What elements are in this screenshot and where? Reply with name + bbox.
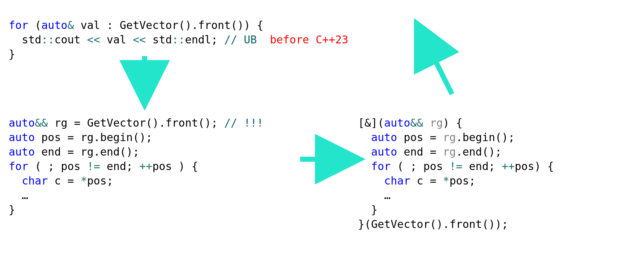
text: ) { [443,116,462,129]
text: }( [358,218,371,230]
text: = [61,145,81,158]
identifier: rg [54,116,67,129]
arrow-up-left-icon [423,36,452,94]
code-line: std::cout << val << std::endl; // UB bef… [9,33,348,46]
identifier: rg [81,145,94,158]
text [397,131,404,144]
text: ) { [172,160,198,173]
text: (); [133,131,152,144]
identifier: c [417,174,423,187]
comment: // !!! [224,116,263,129]
text: ; [126,160,139,173]
identifier: end [404,145,423,158]
stream-op: << [81,33,107,46]
inc-op: ++ [139,160,152,173]
keyword-auto: auto [9,145,35,158]
keyword-auto: auto [9,116,35,129]
identifier: rg [443,145,456,158]
text: (). [179,19,198,31]
identifier: pos [423,160,443,173]
text [35,145,41,158]
keyword-for: for [371,160,391,173]
code-line: }(GetVector().front()); [358,218,508,230]
identifier: end [462,145,482,158]
scope-op: :: [41,33,54,46]
identifier: rg [443,131,456,144]
identifier: GetVector [120,19,179,31]
code-line: char c = *pos; [358,174,475,187]
text: = [423,174,443,187]
text: ( ; [28,160,61,173]
code-block-top: for (auto& val : GetVector().front()) { … [9,4,348,62]
code-line: } [9,203,15,216]
text: ; [107,174,113,187]
text [358,145,371,158]
text [9,174,22,187]
text: (); [120,145,139,158]
identifier: std [22,33,41,46]
amp-token: && [35,116,54,129]
text: ; [211,33,224,46]
identifier: front [198,19,231,31]
code-line: for ( ; pos != end; ++pos) { [358,160,554,173]
identifier: GetVector [87,116,146,129]
text [410,174,417,187]
keyword-char: char [384,174,410,187]
text: ()); [482,218,508,230]
stream-op: << [126,33,152,46]
text: = [423,145,443,158]
identifier: front [166,116,198,129]
text: ( ; [391,160,423,173]
text: (). [146,116,165,129]
keyword-auto: auto [9,131,35,144]
text: (); [198,116,224,129]
inc-op: ++ [502,160,515,173]
code-line: } [9,48,15,60]
text: ) { [534,160,554,173]
identifier: pos [87,174,107,187]
text: = [61,131,81,144]
text: ( [28,19,41,31]
code-line: … [358,189,391,202]
text: . [94,131,100,144]
text: [&]( [358,116,384,129]
identifier: val [81,19,100,31]
code-line: char c = *pos; [9,174,113,187]
code-block-right: [&](auto&& rg) { auto pos = rg.begin(); … [358,101,554,232]
identifier: pos [152,160,172,173]
text [397,145,404,158]
identifier: cout [54,33,80,46]
identifier: begin [100,131,133,144]
identifier: rg [430,116,443,129]
identifier: pos [41,131,61,144]
keyword-auto: auto [384,116,410,129]
identifier: end [41,145,61,158]
identifier: std [152,33,172,46]
text: = [68,116,87,129]
identifier: end [469,160,489,173]
keyword-auto: auto [371,131,397,144]
scope-op: :: [172,33,185,46]
slide-stage: for (auto& val : GetVector().front()) { … [0,0,644,267]
text: (). [430,218,449,230]
keyword-for: for [9,160,28,173]
code-line: … [9,189,28,202]
code-line: [&](auto&& rg) { [358,116,462,129]
code-line: auto&& rg = GetVector().front(); // !!! [9,116,263,129]
text [35,131,41,144]
text [257,33,270,46]
keyword-auto: auto [41,19,67,31]
text: . [456,145,462,158]
comment: // UB [224,33,257,46]
text: ; [469,174,475,187]
neq-op: != [443,160,469,173]
identifier: pos [449,174,469,187]
identifier: begin [462,131,495,144]
text: = [423,131,443,144]
text [358,131,371,144]
identifier: GetVector [371,218,430,230]
code-line: } [358,203,378,216]
text: = [61,174,81,187]
identifier: end [107,160,126,173]
code-line: for (auto& val : GetVector().front()) { [9,19,263,31]
